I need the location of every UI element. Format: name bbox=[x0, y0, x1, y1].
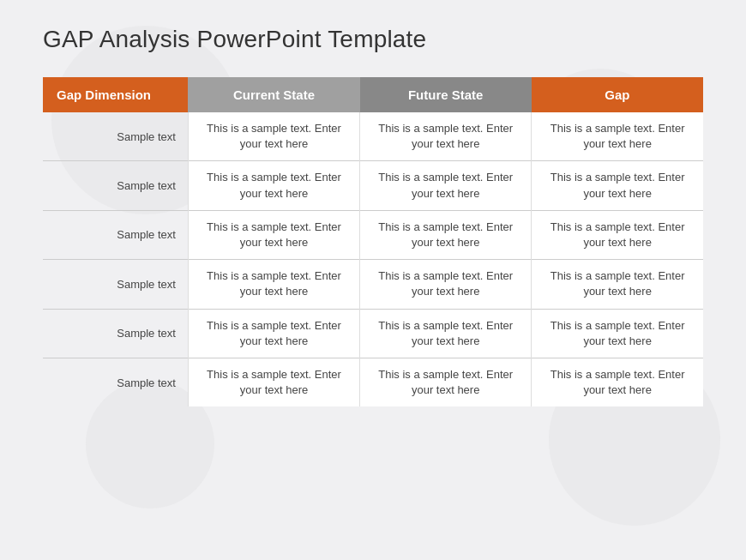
cell-dimension: Sample text bbox=[43, 260, 188, 309]
table-row: Sample textThis is a sample text. Enter … bbox=[43, 210, 703, 259]
header-current-state: Current State bbox=[188, 77, 359, 112]
cell-current-state: This is a sample text. Enter your text h… bbox=[188, 112, 359, 161]
cell-dimension: Sample text bbox=[43, 112, 188, 161]
cell-future-state: This is a sample text. Enter your text h… bbox=[360, 260, 532, 309]
cell-dimension: Sample text bbox=[43, 309, 188, 358]
cell-gap: This is a sample text. Enter your text h… bbox=[532, 309, 703, 358]
cell-gap: This is a sample text. Enter your text h… bbox=[532, 161, 703, 210]
cell-current-state: This is a sample text. Enter your text h… bbox=[188, 358, 359, 406]
cell-gap: This is a sample text. Enter your text h… bbox=[532, 358, 703, 406]
table-row: Sample textThis is a sample text. Enter … bbox=[43, 309, 703, 358]
cell-future-state: This is a sample text. Enter your text h… bbox=[360, 161, 532, 210]
cell-gap: This is a sample text. Enter your text h… bbox=[532, 112, 703, 161]
cell-gap: This is a sample text. Enter your text h… bbox=[532, 260, 703, 309]
cell-dimension: Sample text bbox=[43, 161, 188, 210]
header-gap: Gap bbox=[532, 77, 703, 112]
header-future-state: Future State bbox=[360, 77, 532, 112]
cell-future-state: This is a sample text. Enter your text h… bbox=[360, 210, 532, 259]
cell-current-state: This is a sample text. Enter your text h… bbox=[188, 161, 359, 210]
gap-analysis-table: Gap Dimension Current State Future State… bbox=[43, 77, 703, 406]
cell-current-state: This is a sample text. Enter your text h… bbox=[188, 260, 359, 309]
table-row: Sample textThis is a sample text. Enter … bbox=[43, 358, 703, 406]
cell-dimension: Sample text bbox=[43, 358, 188, 406]
cell-gap: This is a sample text. Enter your text h… bbox=[532, 210, 703, 259]
cell-current-state: This is a sample text. Enter your text h… bbox=[188, 309, 359, 358]
cell-future-state: This is a sample text. Enter your text h… bbox=[360, 309, 532, 358]
table-row: Sample textThis is a sample text. Enter … bbox=[43, 260, 703, 309]
cell-dimension: Sample text bbox=[43, 210, 188, 259]
table-row: Sample textThis is a sample text. Enter … bbox=[43, 161, 703, 210]
table-row: Sample textThis is a sample text. Enter … bbox=[43, 112, 703, 161]
cell-current-state: This is a sample text. Enter your text h… bbox=[188, 210, 359, 259]
header-gap-dimension: Gap Dimension bbox=[43, 77, 188, 112]
page-title: GAP Analysis PowerPoint Template bbox=[43, 26, 703, 53]
cell-future-state: This is a sample text. Enter your text h… bbox=[360, 112, 532, 161]
cell-future-state: This is a sample text. Enter your text h… bbox=[360, 358, 532, 406]
